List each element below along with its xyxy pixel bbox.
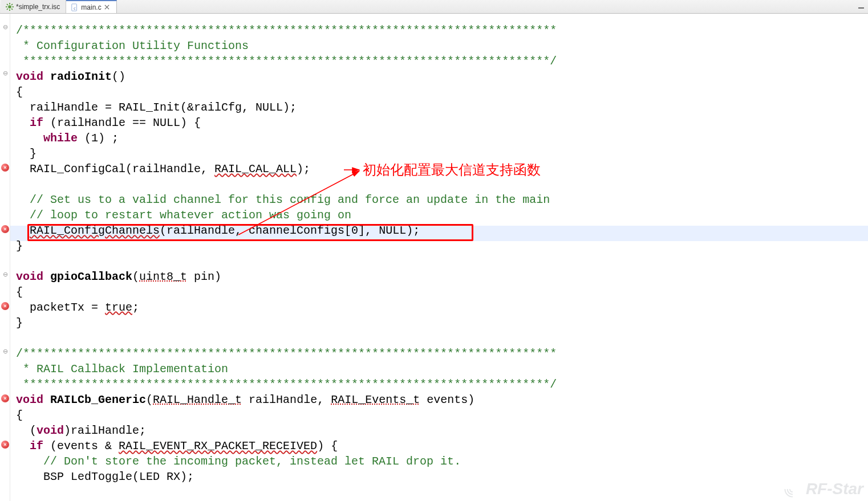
svg-line-6 <box>11 9 13 10</box>
code-area[interactable]: /***************************************… <box>10 14 868 501</box>
fold-toggle-icon[interactable]: ⊖ <box>2 271 8 277</box>
svg-line-5 <box>7 4 8 5</box>
error-marker-icon[interactable]: × <box>1 302 9 310</box>
tabbar-right-controls <box>858 0 868 13</box>
fold-toggle-icon[interactable] <box>1 394 7 400</box>
code-editor: ⊖ ⊖ × × ⊖ × ⊖ × × /*********************… <box>0 14 868 501</box>
close-icon[interactable] <box>104 4 111 11</box>
error-marker-icon[interactable]: × <box>1 164 9 172</box>
tab-main-c[interactable]: c main.c <box>66 0 116 13</box>
minimize-icon[interactable] <box>858 2 865 11</box>
tab-label: *simple_trx.isc <box>16 3 60 11</box>
svg-point-0 <box>8 5 11 9</box>
tab-label: main.c <box>81 3 101 11</box>
error-marker-icon[interactable]: × <box>1 441 9 449</box>
fold-toggle-icon[interactable]: ⊖ <box>2 70 8 76</box>
source-code[interactable]: /***************************************… <box>16 23 868 484</box>
svg-line-8 <box>7 9 8 10</box>
editor-tabbar: *simple_trx.isc c main.c <box>0 0 868 14</box>
editor-gutter: ⊖ ⊖ × × ⊖ × ⊖ × × <box>0 14 10 501</box>
tab-simple-trx[interactable]: *simple_trx.isc <box>1 0 66 13</box>
cfile-icon: c <box>71 3 79 11</box>
fold-toggle-icon[interactable]: ⊖ <box>2 348 8 354</box>
gear-icon <box>6 3 14 11</box>
error-marker-icon[interactable]: × <box>1 225 9 233</box>
svg-text:c: c <box>74 5 76 10</box>
svg-rect-13 <box>858 7 864 9</box>
svg-line-7 <box>11 4 13 5</box>
fold-toggle-icon[interactable]: ⊖ <box>2 24 8 30</box>
annotation-text: 初始化配置最大信道支持函数 <box>363 161 541 179</box>
